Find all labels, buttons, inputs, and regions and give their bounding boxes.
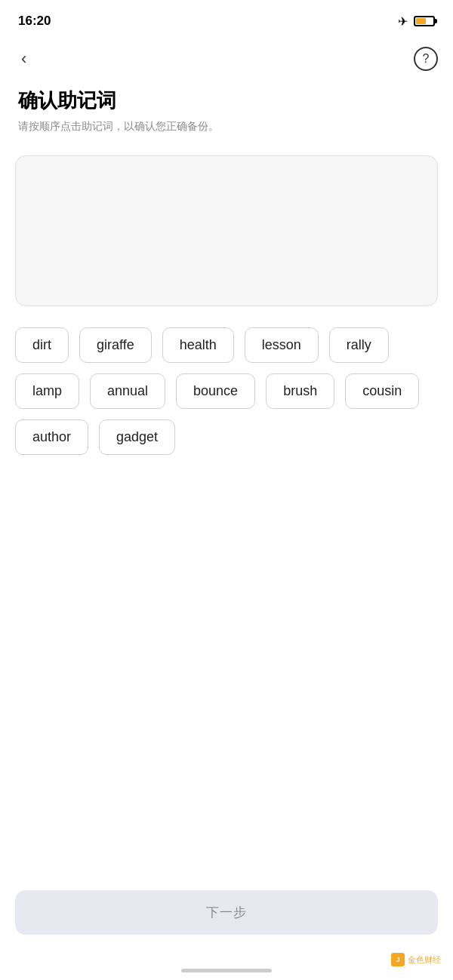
word-chip-rally[interactable]: rally <box>329 327 389 363</box>
watermark-icon: J <box>391 953 405 966</box>
back-button[interactable]: ‹ <box>15 46 32 72</box>
battery-icon <box>414 16 435 26</box>
watermark: J 金色财经 <box>391 953 441 966</box>
word-chip-brush[interactable]: brush <box>266 373 334 409</box>
word-chip-dirt[interactable]: dirt <box>15 327 69 363</box>
word-chip-annual[interactable]: annual <box>90 373 165 409</box>
page-header: 确认助记词 请按顺序点击助记词，以确认您正确备份。 <box>0 78 453 140</box>
word-chip-lesson[interactable]: lesson <box>245 327 319 363</box>
airplane-icon: ✈ <box>398 14 408 29</box>
word-chip-bounce[interactable]: bounce <box>176 373 255 409</box>
selection-area <box>15 155 438 306</box>
home-indicator <box>181 969 272 972</box>
word-chip-gadget[interactable]: gadget <box>99 419 175 455</box>
bottom-area: 下一步 <box>15 890 438 935</box>
help-button[interactable]: ? <box>414 47 438 71</box>
status-icons: ✈ <box>398 14 435 29</box>
word-chip-lamp[interactable]: lamp <box>15 373 79 409</box>
status-bar: 16:20 ✈ <box>0 0 453 39</box>
status-time: 16:20 <box>18 14 51 29</box>
battery-fill <box>416 18 426 24</box>
next-button[interactable]: 下一步 <box>15 890 438 935</box>
watermark-text: 金色财经 <box>408 954 441 966</box>
words-container: dirtgiraffehealthlessonrallylampannualbo… <box>15 327 438 455</box>
word-chip-giraffe[interactable]: giraffe <box>79 327 152 363</box>
word-chip-author[interactable]: author <box>15 419 88 455</box>
word-chip-health[interactable]: health <box>162 327 234 363</box>
page-title: 确认助记词 <box>18 88 435 114</box>
battery-body <box>414 16 435 26</box>
word-chip-cousin[interactable]: cousin <box>345 373 419 409</box>
page-subtitle: 请按顺序点击助记词，以确认您正确备份。 <box>18 118 435 134</box>
nav-bar: ‹ ? <box>0 39 453 78</box>
